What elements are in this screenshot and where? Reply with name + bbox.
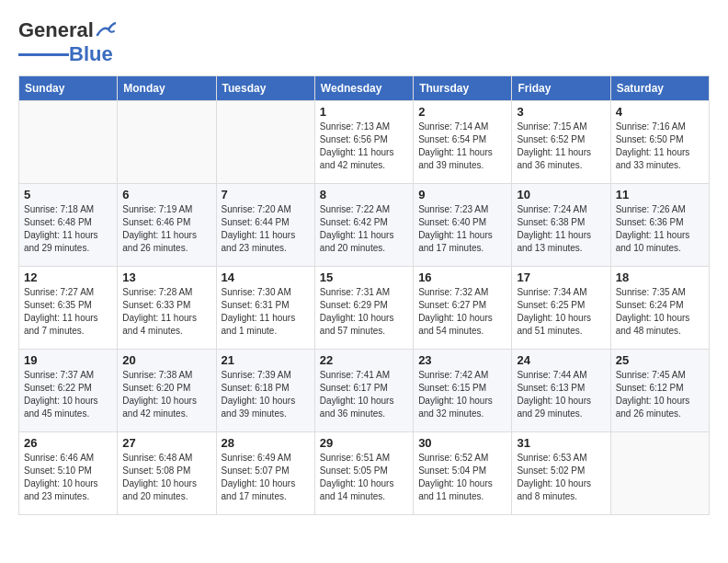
calendar-cell: 5Sunrise: 7:18 AM Sunset: 6:48 PM Daylig… — [19, 184, 118, 267]
day-number: 8 — [320, 188, 408, 201]
day-info: Sunrise: 7:45 AM Sunset: 6:12 PM Dayligh… — [616, 369, 704, 420]
day-info: Sunrise: 7:41 AM Sunset: 6:17 PM Dayligh… — [320, 369, 408, 420]
calendar-cell: 6Sunrise: 7:19 AM Sunset: 6:46 PM Daylig… — [118, 184, 216, 267]
day-number: 29 — [320, 436, 408, 450]
calendar-cell: 3Sunrise: 7:15 AM Sunset: 6:52 PM Daylig… — [512, 101, 610, 184]
calendar-cell: 4Sunrise: 7:16 AM Sunset: 6:50 PM Daylig… — [610, 101, 709, 184]
logo: General Blue — [18, 18, 116, 66]
calendar-cell — [610, 432, 709, 515]
day-number: 25 — [616, 353, 704, 367]
calendar-header-sunday: Sunday — [19, 76, 118, 101]
day-info: Sunrise: 7:39 AM Sunset: 6:18 PM Dayligh… — [222, 369, 310, 420]
calendar-header-monday: Monday — [118, 76, 216, 101]
day-number: 19 — [24, 353, 112, 367]
day-number: 16 — [418, 270, 506, 284]
calendar-cell: 30Sunrise: 6:52 AM Sunset: 5:04 PM Dayli… — [414, 432, 512, 515]
day-info: Sunrise: 7:13 AM Sunset: 6:56 PM Dayligh… — [320, 121, 408, 172]
page-header: General Blue — [18, 18, 710, 66]
day-info: Sunrise: 7:15 AM Sunset: 6:52 PM Dayligh… — [517, 121, 605, 172]
day-number: 18 — [616, 270, 704, 284]
calendar-cell: 23Sunrise: 7:42 AM Sunset: 6:15 PM Dayli… — [414, 350, 512, 432]
calendar-week-row: 12Sunrise: 7:27 AM Sunset: 6:35 PM Dayli… — [19, 267, 710, 350]
calendar-cell — [19, 101, 118, 184]
day-number: 31 — [517, 436, 605, 450]
calendar-cell: 15Sunrise: 7:31 AM Sunset: 6:29 PM Dayli… — [314, 267, 413, 350]
calendar-header-thursday: Thursday — [414, 76, 512, 101]
calendar-cell: 20Sunrise: 7:38 AM Sunset: 6:20 PM Dayli… — [118, 350, 216, 432]
day-number: 22 — [320, 353, 408, 367]
day-number: 21 — [222, 353, 310, 367]
day-info: Sunrise: 7:19 AM Sunset: 6:46 PM Dayligh… — [122, 203, 210, 255]
calendar-cell: 19Sunrise: 7:37 AM Sunset: 6:22 PM Dayli… — [19, 350, 118, 432]
day-number: 27 — [122, 436, 210, 450]
day-info: Sunrise: 6:51 AM Sunset: 5:05 PM Dayligh… — [320, 452, 408, 503]
day-number: 7 — [222, 188, 310, 201]
day-number: 9 — [418, 188, 506, 201]
day-info: Sunrise: 7:22 AM Sunset: 6:42 PM Dayligh… — [320, 203, 408, 255]
calendar-header-row: SundayMondayTuesdayWednesdayThursdayFrid… — [19, 76, 710, 101]
day-info: Sunrise: 7:28 AM Sunset: 6:33 PM Dayligh… — [122, 286, 210, 338]
calendar-cell: 29Sunrise: 6:51 AM Sunset: 5:05 PM Dayli… — [314, 432, 413, 515]
day-info: Sunrise: 7:32 AM Sunset: 6:27 PM Dayligh… — [418, 286, 506, 338]
calendar-cell: 2Sunrise: 7:14 AM Sunset: 6:54 PM Daylig… — [414, 101, 512, 184]
day-number: 23 — [418, 353, 506, 367]
day-info: Sunrise: 7:35 AM Sunset: 6:24 PM Dayligh… — [616, 286, 704, 338]
day-number: 2 — [418, 105, 506, 119]
day-number: 15 — [320, 270, 408, 284]
day-info: Sunrise: 7:31 AM Sunset: 6:29 PM Dayligh… — [320, 286, 408, 338]
day-number: 4 — [616, 105, 704, 119]
day-info: Sunrise: 7:20 AM Sunset: 6:44 PM Dayligh… — [222, 203, 310, 255]
calendar-week-row: 5Sunrise: 7:18 AM Sunset: 6:48 PM Daylig… — [19, 184, 710, 267]
day-number: 3 — [517, 105, 605, 119]
day-number: 17 — [517, 270, 605, 284]
day-number: 26 — [24, 436, 112, 450]
calendar-cell: 17Sunrise: 7:34 AM Sunset: 6:25 PM Dayli… — [512, 267, 610, 350]
calendar-cell: 13Sunrise: 7:28 AM Sunset: 6:33 PM Dayli… — [118, 267, 216, 350]
calendar-cell: 7Sunrise: 7:20 AM Sunset: 6:44 PM Daylig… — [216, 184, 314, 267]
calendar-cell: 12Sunrise: 7:27 AM Sunset: 6:35 PM Dayli… — [19, 267, 118, 350]
calendar-cell — [118, 101, 216, 184]
calendar-cell: 16Sunrise: 7:32 AM Sunset: 6:27 PM Dayli… — [414, 267, 512, 350]
calendar-cell: 11Sunrise: 7:26 AM Sunset: 6:36 PM Dayli… — [610, 184, 709, 267]
day-info: Sunrise: 7:23 AM Sunset: 6:40 PM Dayligh… — [418, 203, 506, 255]
day-info: Sunrise: 7:30 AM Sunset: 6:31 PM Dayligh… — [222, 286, 310, 338]
calendar-cell: 22Sunrise: 7:41 AM Sunset: 6:17 PM Dayli… — [314, 350, 413, 432]
day-number: 13 — [122, 270, 210, 284]
calendar-cell: 8Sunrise: 7:22 AM Sunset: 6:42 PM Daylig… — [314, 184, 413, 267]
day-number: 10 — [517, 188, 605, 201]
calendar-header-tuesday: Tuesday — [216, 76, 314, 101]
day-info: Sunrise: 7:38 AM Sunset: 6:20 PM Dayligh… — [122, 369, 210, 420]
calendar-cell: 24Sunrise: 7:44 AM Sunset: 6:13 PM Dayli… — [512, 350, 610, 432]
calendar-cell: 18Sunrise: 7:35 AM Sunset: 6:24 PM Dayli… — [610, 267, 709, 350]
day-info: Sunrise: 7:27 AM Sunset: 6:35 PM Dayligh… — [24, 286, 112, 338]
day-info: Sunrise: 6:49 AM Sunset: 5:07 PM Dayligh… — [222, 452, 310, 503]
day-info: Sunrise: 7:37 AM Sunset: 6:22 PM Dayligh… — [24, 369, 112, 420]
calendar-cell: 14Sunrise: 7:30 AM Sunset: 6:31 PM Dayli… — [216, 267, 314, 350]
calendar-header-saturday: Saturday — [610, 76, 709, 101]
calendar-table: SundayMondayTuesdayWednesdayThursdayFrid… — [18, 75, 710, 515]
day-number: 20 — [122, 353, 210, 367]
day-number: 14 — [222, 270, 310, 284]
day-info: Sunrise: 7:42 AM Sunset: 6:15 PM Dayligh… — [418, 369, 506, 420]
day-number: 1 — [320, 105, 408, 119]
calendar-cell: 27Sunrise: 6:48 AM Sunset: 5:08 PM Dayli… — [118, 432, 216, 515]
day-info: Sunrise: 6:53 AM Sunset: 5:02 PM Dayligh… — [517, 452, 605, 503]
calendar-header-wednesday: Wednesday — [314, 76, 413, 101]
calendar-cell: 26Sunrise: 6:46 AM Sunset: 5:10 PM Dayli… — [19, 432, 118, 515]
day-number: 30 — [418, 436, 506, 450]
logo-general: General — [18, 18, 94, 42]
day-info: Sunrise: 6:52 AM Sunset: 5:04 PM Dayligh… — [418, 452, 506, 503]
day-info: Sunrise: 7:16 AM Sunset: 6:50 PM Dayligh… — [616, 121, 704, 172]
day-number: 11 — [616, 188, 704, 201]
calendar-week-row: 19Sunrise: 7:37 AM Sunset: 6:22 PM Dayli… — [19, 350, 710, 432]
calendar-cell: 28Sunrise: 6:49 AM Sunset: 5:07 PM Dayli… — [216, 432, 314, 515]
calendar-cell: 25Sunrise: 7:45 AM Sunset: 6:12 PM Dayli… — [610, 350, 709, 432]
day-number: 6 — [122, 188, 210, 201]
calendar-cell: 10Sunrise: 7:24 AM Sunset: 6:38 PM Dayli… — [512, 184, 610, 267]
day-info: Sunrise: 7:18 AM Sunset: 6:48 PM Dayligh… — [24, 203, 112, 255]
day-info: Sunrise: 7:14 AM Sunset: 6:54 PM Dayligh… — [418, 121, 506, 172]
logo-blue: Blue — [69, 42, 113, 66]
day-number: 5 — [24, 188, 112, 201]
day-info: Sunrise: 7:24 AM Sunset: 6:38 PM Dayligh… — [517, 203, 605, 255]
calendar-cell: 1Sunrise: 7:13 AM Sunset: 6:56 PM Daylig… — [314, 101, 413, 184]
